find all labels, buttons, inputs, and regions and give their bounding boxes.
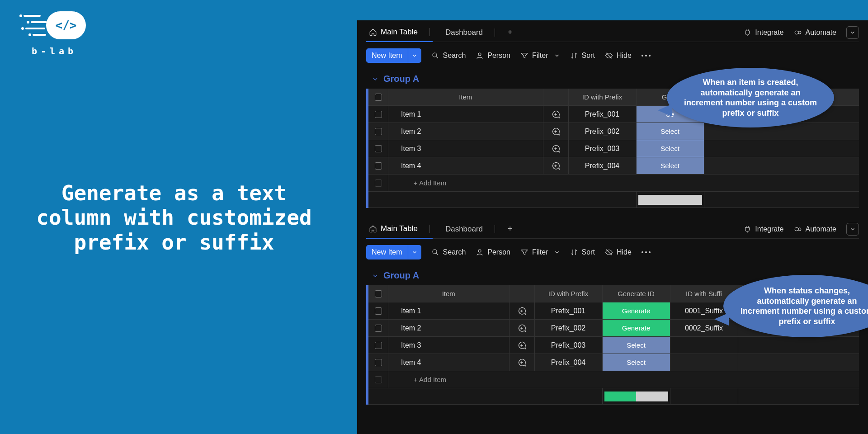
- status-cell[interactable]: Select: [603, 337, 670, 354]
- add-view-button[interactable]: +: [508, 224, 513, 234]
- svg-point-8: [795, 31, 798, 34]
- row-checkbox[interactable]: [375, 128, 382, 135]
- item-name-cell[interactable]: Item 3: [388, 140, 543, 157]
- filter-button[interactable]: Filter: [520, 248, 560, 256]
- row-checkbox: [375, 376, 382, 383]
- row-checkbox[interactable]: [375, 162, 382, 170]
- column-header-id-prefix[interactable]: ID with Prefix: [569, 89, 637, 105]
- comment-add-icon: [551, 161, 561, 171]
- add-view-button[interactable]: +: [508, 28, 513, 37]
- tab-main-table[interactable]: Main Table: [366, 220, 433, 239]
- more-menu-button[interactable]: [642, 251, 651, 253]
- column-header-item[interactable]: Item: [388, 89, 543, 105]
- filter-button[interactable]: Filter: [520, 52, 560, 60]
- prefix-cell[interactable]: Prefix_002: [569, 123, 637, 140]
- sort-button[interactable]: Sort: [570, 248, 595, 256]
- svg-point-14: [433, 250, 437, 254]
- new-item-button[interactable]: New Item: [366, 48, 421, 63]
- open-item-button[interactable]: [509, 337, 535, 354]
- svg-point-10: [433, 53, 437, 57]
- prefix-cell[interactable]: Prefix_001: [569, 106, 637, 123]
- more-menu-button[interactable]: [642, 55, 651, 57]
- item-name-cell[interactable]: Item 2: [388, 123, 543, 140]
- open-item-button[interactable]: [509, 354, 535, 371]
- comment-add-icon: [517, 306, 527, 316]
- item-name-cell[interactable]: Item 4: [388, 354, 509, 371]
- open-item-button[interactable]: [543, 106, 569, 123]
- row-checkbox[interactable]: [375, 111, 382, 118]
- table-row: Item 3 Prefix_003 Select: [368, 140, 859, 157]
- brand-name: b-lab: [18, 46, 90, 57]
- row-checkbox[interactable]: [375, 342, 382, 349]
- prefix-cell[interactable]: Prefix_002: [535, 320, 603, 336]
- item-name-cell[interactable]: Item 1: [388, 106, 543, 123]
- tab-main-table[interactable]: Main Table: [366, 23, 433, 42]
- open-item-button[interactable]: [509, 320, 535, 336]
- prefix-cell[interactable]: Prefix_001: [535, 302, 603, 319]
- prefix-cell[interactable]: Prefix_003: [535, 337, 603, 354]
- automate-button[interactable]: Automate: [794, 225, 836, 233]
- prefix-cell[interactable]: Prefix_004: [569, 157, 637, 174]
- svg-point-13: [798, 228, 801, 231]
- add-item-button[interactable]: + Add Item: [401, 179, 446, 187]
- column-header-generate[interactable]: Generate ID: [603, 285, 670, 302]
- search-button[interactable]: Search: [431, 52, 466, 60]
- suffix-cell[interactable]: [670, 354, 738, 371]
- integrate-button[interactable]: Integrate: [743, 225, 783, 233]
- status-cell[interactable]: Select: [637, 140, 704, 157]
- column-header-item[interactable]: Item: [388, 285, 509, 302]
- open-item-button[interactable]: [543, 157, 569, 174]
- status-cell[interactable]: Generate: [603, 302, 670, 319]
- item-name-cell[interactable]: Item 2: [388, 320, 509, 336]
- select-all-checkbox[interactable]: [375, 290, 382, 297]
- person-button[interactable]: Person: [476, 52, 510, 60]
- sort-button[interactable]: Sort: [570, 52, 595, 60]
- table-row: Item 3 Prefix_003 Select: [368, 337, 859, 354]
- open-item-button[interactable]: [543, 140, 569, 157]
- comment-add-icon: [517, 340, 527, 350]
- new-item-button[interactable]: New Item: [366, 245, 421, 259]
- chevron-down-icon[interactable]: [408, 48, 421, 63]
- expand-button[interactable]: [846, 26, 859, 39]
- chevron-down-icon[interactable]: [408, 245, 421, 259]
- status-cell[interactable]: Select: [603, 354, 670, 371]
- status-cell[interactable]: Select: [637, 157, 704, 174]
- search-button[interactable]: Search: [431, 248, 466, 256]
- tab-dashboard[interactable]: Dashboard: [443, 220, 498, 239]
- row-checkbox[interactable]: [375, 359, 382, 366]
- status-cell[interactable]: Select: [637, 123, 704, 140]
- add-item-button[interactable]: + Add Item: [401, 376, 446, 383]
- prefix-cell[interactable]: Prefix_004: [535, 354, 603, 371]
- prefix-cell[interactable]: Prefix_003: [569, 140, 637, 157]
- status-cell[interactable]: Generate: [603, 320, 670, 336]
- item-name-cell[interactable]: Item 1: [388, 302, 509, 319]
- item-name-cell[interactable]: Item 4: [388, 157, 543, 174]
- tab-dashboard[interactable]: Dashboard: [443, 23, 498, 42]
- person-button[interactable]: Person: [476, 248, 510, 256]
- select-all-checkbox[interactable]: [375, 94, 382, 101]
- svg-point-9: [798, 31, 801, 34]
- svg-point-2: [27, 21, 29, 24]
- hide-button[interactable]: Hide: [605, 52, 632, 60]
- open-item-button[interactable]: [509, 302, 535, 319]
- search-icon: [431, 248, 439, 256]
- row-checkbox[interactable]: [375, 325, 382, 332]
- brand-mark: </>: [56, 19, 77, 32]
- view-tabs: Main Table Dashboard + Integrate Automat…: [366, 220, 859, 239]
- filter-icon: [520, 248, 528, 256]
- column-header-id-prefix[interactable]: ID with Prefix: [535, 285, 603, 302]
- item-name-cell[interactable]: Item 3: [388, 337, 509, 354]
- row-checkbox[interactable]: [375, 307, 382, 315]
- row-checkbox[interactable]: [375, 145, 382, 152]
- open-item-button[interactable]: [543, 123, 569, 140]
- hide-button[interactable]: Hide: [605, 248, 632, 256]
- integrate-button[interactable]: Integrate: [743, 28, 783, 37]
- page-headline: Generate as a text column with customize…: [27, 181, 321, 255]
- search-icon: [431, 52, 439, 60]
- suffix-cell[interactable]: [670, 337, 738, 354]
- automate-icon: [794, 28, 802, 37]
- expand-button[interactable]: [846, 223, 859, 236]
- hide-icon: [605, 52, 613, 60]
- person-icon: [476, 248, 484, 256]
- automate-button[interactable]: Automate: [794, 28, 836, 37]
